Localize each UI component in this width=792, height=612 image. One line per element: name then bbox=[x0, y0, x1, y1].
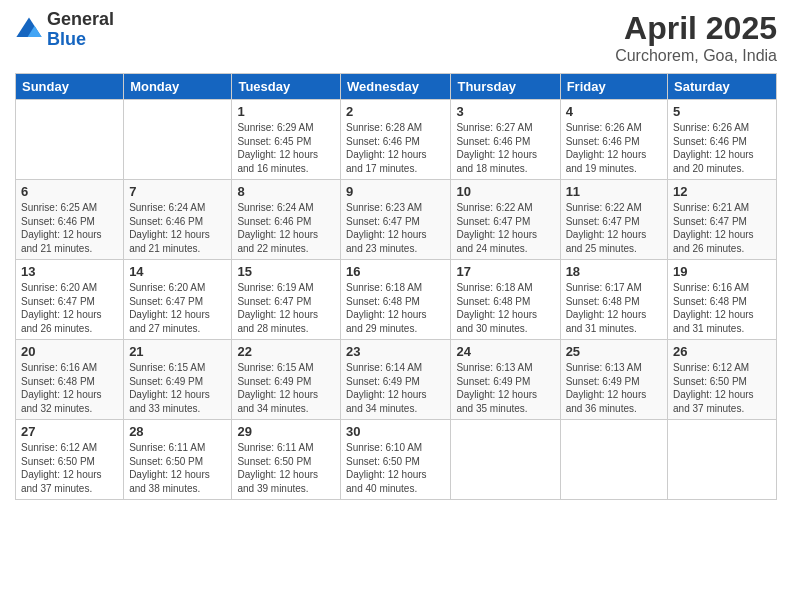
calendar-cell: 11Sunrise: 6:22 AM Sunset: 6:47 PM Dayli… bbox=[560, 180, 667, 260]
day-info: Sunrise: 6:25 AM Sunset: 6:46 PM Dayligh… bbox=[21, 201, 118, 255]
day-info: Sunrise: 6:26 AM Sunset: 6:46 PM Dayligh… bbox=[566, 121, 662, 175]
col-monday: Monday bbox=[124, 74, 232, 100]
day-number: 9 bbox=[346, 184, 445, 199]
day-number: 2 bbox=[346, 104, 445, 119]
day-number: 14 bbox=[129, 264, 226, 279]
day-number: 20 bbox=[21, 344, 118, 359]
day-info: Sunrise: 6:24 AM Sunset: 6:46 PM Dayligh… bbox=[129, 201, 226, 255]
day-info: Sunrise: 6:15 AM Sunset: 6:49 PM Dayligh… bbox=[237, 361, 335, 415]
calendar-cell: 22Sunrise: 6:15 AM Sunset: 6:49 PM Dayli… bbox=[232, 340, 341, 420]
calendar-cell: 27Sunrise: 6:12 AM Sunset: 6:50 PM Dayli… bbox=[16, 420, 124, 500]
day-number: 28 bbox=[129, 424, 226, 439]
day-info: Sunrise: 6:19 AM Sunset: 6:47 PM Dayligh… bbox=[237, 281, 335, 335]
day-number: 1 bbox=[237, 104, 335, 119]
calendar-cell: 10Sunrise: 6:22 AM Sunset: 6:47 PM Dayli… bbox=[451, 180, 560, 260]
calendar-cell: 3Sunrise: 6:27 AM Sunset: 6:46 PM Daylig… bbox=[451, 100, 560, 180]
day-info: Sunrise: 6:11 AM Sunset: 6:50 PM Dayligh… bbox=[129, 441, 226, 495]
logo-blue: Blue bbox=[47, 30, 114, 50]
day-number: 21 bbox=[129, 344, 226, 359]
col-wednesday: Wednesday bbox=[341, 74, 451, 100]
day-info: Sunrise: 6:12 AM Sunset: 6:50 PM Dayligh… bbox=[673, 361, 771, 415]
day-number: 26 bbox=[673, 344, 771, 359]
calendar-cell bbox=[16, 100, 124, 180]
calendar-cell bbox=[451, 420, 560, 500]
calendar-cell: 1Sunrise: 6:29 AM Sunset: 6:45 PM Daylig… bbox=[232, 100, 341, 180]
calendar-cell: 17Sunrise: 6:18 AM Sunset: 6:48 PM Dayli… bbox=[451, 260, 560, 340]
logo-icon bbox=[15, 16, 43, 44]
calendar-cell: 8Sunrise: 6:24 AM Sunset: 6:46 PM Daylig… bbox=[232, 180, 341, 260]
day-info: Sunrise: 6:17 AM Sunset: 6:48 PM Dayligh… bbox=[566, 281, 662, 335]
calendar-cell bbox=[668, 420, 777, 500]
day-number: 6 bbox=[21, 184, 118, 199]
day-info: Sunrise: 6:21 AM Sunset: 6:47 PM Dayligh… bbox=[673, 201, 771, 255]
day-info: Sunrise: 6:13 AM Sunset: 6:49 PM Dayligh… bbox=[456, 361, 554, 415]
col-thursday: Thursday bbox=[451, 74, 560, 100]
day-info: Sunrise: 6:13 AM Sunset: 6:49 PM Dayligh… bbox=[566, 361, 662, 415]
day-info: Sunrise: 6:18 AM Sunset: 6:48 PM Dayligh… bbox=[456, 281, 554, 335]
calendar-cell: 21Sunrise: 6:15 AM Sunset: 6:49 PM Dayli… bbox=[124, 340, 232, 420]
calendar-table: Sunday Monday Tuesday Wednesday Thursday… bbox=[15, 73, 777, 500]
day-number: 16 bbox=[346, 264, 445, 279]
day-number: 8 bbox=[237, 184, 335, 199]
day-number: 12 bbox=[673, 184, 771, 199]
day-info: Sunrise: 6:28 AM Sunset: 6:46 PM Dayligh… bbox=[346, 121, 445, 175]
day-info: Sunrise: 6:14 AM Sunset: 6:49 PM Dayligh… bbox=[346, 361, 445, 415]
col-friday: Friday bbox=[560, 74, 667, 100]
day-number: 27 bbox=[21, 424, 118, 439]
day-info: Sunrise: 6:15 AM Sunset: 6:49 PM Dayligh… bbox=[129, 361, 226, 415]
calendar-cell bbox=[124, 100, 232, 180]
day-info: Sunrise: 6:26 AM Sunset: 6:46 PM Dayligh… bbox=[673, 121, 771, 175]
day-number: 18 bbox=[566, 264, 662, 279]
page: General Blue April 2025 Curchorem, Goa, … bbox=[0, 0, 792, 612]
calendar-cell: 18Sunrise: 6:17 AM Sunset: 6:48 PM Dayli… bbox=[560, 260, 667, 340]
day-info: Sunrise: 6:16 AM Sunset: 6:48 PM Dayligh… bbox=[673, 281, 771, 335]
calendar-cell: 19Sunrise: 6:16 AM Sunset: 6:48 PM Dayli… bbox=[668, 260, 777, 340]
calendar-cell: 24Sunrise: 6:13 AM Sunset: 6:49 PM Dayli… bbox=[451, 340, 560, 420]
day-number: 25 bbox=[566, 344, 662, 359]
page-subtitle: Curchorem, Goa, India bbox=[615, 47, 777, 65]
calendar-cell: 13Sunrise: 6:20 AM Sunset: 6:47 PM Dayli… bbox=[16, 260, 124, 340]
day-info: Sunrise: 6:23 AM Sunset: 6:47 PM Dayligh… bbox=[346, 201, 445, 255]
header: General Blue April 2025 Curchorem, Goa, … bbox=[15, 10, 777, 65]
calendar-cell: 16Sunrise: 6:18 AM Sunset: 6:48 PM Dayli… bbox=[341, 260, 451, 340]
calendar-cell: 15Sunrise: 6:19 AM Sunset: 6:47 PM Dayli… bbox=[232, 260, 341, 340]
calendar-cell: 12Sunrise: 6:21 AM Sunset: 6:47 PM Dayli… bbox=[668, 180, 777, 260]
day-info: Sunrise: 6:24 AM Sunset: 6:46 PM Dayligh… bbox=[237, 201, 335, 255]
calendar-cell: 29Sunrise: 6:11 AM Sunset: 6:50 PM Dayli… bbox=[232, 420, 341, 500]
calendar-cell: 26Sunrise: 6:12 AM Sunset: 6:50 PM Dayli… bbox=[668, 340, 777, 420]
day-info: Sunrise: 6:20 AM Sunset: 6:47 PM Dayligh… bbox=[129, 281, 226, 335]
day-number: 17 bbox=[456, 264, 554, 279]
calendar-cell: 23Sunrise: 6:14 AM Sunset: 6:49 PM Dayli… bbox=[341, 340, 451, 420]
calendar-cell: 14Sunrise: 6:20 AM Sunset: 6:47 PM Dayli… bbox=[124, 260, 232, 340]
col-saturday: Saturday bbox=[668, 74, 777, 100]
day-info: Sunrise: 6:18 AM Sunset: 6:48 PM Dayligh… bbox=[346, 281, 445, 335]
calendar-cell: 30Sunrise: 6:10 AM Sunset: 6:50 PM Dayli… bbox=[341, 420, 451, 500]
col-tuesday: Tuesday bbox=[232, 74, 341, 100]
logo-general: General bbox=[47, 10, 114, 30]
day-number: 19 bbox=[673, 264, 771, 279]
day-number: 15 bbox=[237, 264, 335, 279]
calendar-cell: 5Sunrise: 6:26 AM Sunset: 6:46 PM Daylig… bbox=[668, 100, 777, 180]
day-info: Sunrise: 6:12 AM Sunset: 6:50 PM Dayligh… bbox=[21, 441, 118, 495]
logo-text: General Blue bbox=[47, 10, 114, 50]
day-info: Sunrise: 6:29 AM Sunset: 6:45 PM Dayligh… bbox=[237, 121, 335, 175]
calendar-cell: 2Sunrise: 6:28 AM Sunset: 6:46 PM Daylig… bbox=[341, 100, 451, 180]
day-info: Sunrise: 6:11 AM Sunset: 6:50 PM Dayligh… bbox=[237, 441, 335, 495]
calendar-cell: 6Sunrise: 6:25 AM Sunset: 6:46 PM Daylig… bbox=[16, 180, 124, 260]
col-sunday: Sunday bbox=[16, 74, 124, 100]
calendar-cell: 20Sunrise: 6:16 AM Sunset: 6:48 PM Dayli… bbox=[16, 340, 124, 420]
day-number: 24 bbox=[456, 344, 554, 359]
day-number: 23 bbox=[346, 344, 445, 359]
day-number: 5 bbox=[673, 104, 771, 119]
day-info: Sunrise: 6:16 AM Sunset: 6:48 PM Dayligh… bbox=[21, 361, 118, 415]
day-number: 13 bbox=[21, 264, 118, 279]
day-info: Sunrise: 6:10 AM Sunset: 6:50 PM Dayligh… bbox=[346, 441, 445, 495]
day-number: 7 bbox=[129, 184, 226, 199]
logo: General Blue bbox=[15, 10, 114, 50]
day-info: Sunrise: 6:20 AM Sunset: 6:47 PM Dayligh… bbox=[21, 281, 118, 335]
title-block: April 2025 Curchorem, Goa, India bbox=[615, 10, 777, 65]
day-number: 22 bbox=[237, 344, 335, 359]
day-info: Sunrise: 6:22 AM Sunset: 6:47 PM Dayligh… bbox=[456, 201, 554, 255]
day-info: Sunrise: 6:22 AM Sunset: 6:47 PM Dayligh… bbox=[566, 201, 662, 255]
day-number: 4 bbox=[566, 104, 662, 119]
